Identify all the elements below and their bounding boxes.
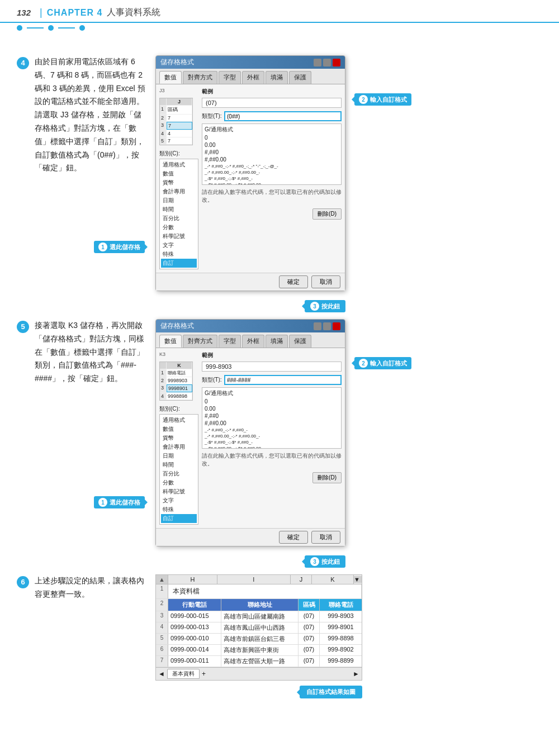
mini5-cell-3-selected: 9998901 xyxy=(167,384,192,392)
cat5-number[interactable]: 數值 xyxy=(161,425,197,434)
delete-btn-5[interactable]: 刪除(D) xyxy=(312,472,342,483)
fmt-cur2[interactable]: _-$* #,##0.00_-;-$* #,##0.00_- xyxy=(203,182,340,185)
tab5-align[interactable]: 對齊方式 xyxy=(183,335,217,348)
cat5-custom[interactable]: 自訂 xyxy=(161,514,197,523)
dialog-5-right: 範例 999-8903 類型(T): G/通用格式 0 0.00 #,##0 xyxy=(202,351,342,525)
fmt5-general[interactable]: G/通用格式 xyxy=(203,389,340,398)
fmt5-acc2[interactable]: _-* #,##0.00_-;-* #,##0.00_- xyxy=(203,433,340,439)
cat-accounting[interactable]: 會計專用 xyxy=(161,187,197,196)
fmt-0.00[interactable]: 0.00 xyxy=(203,141,340,149)
tab-border[interactable]: 外框 xyxy=(242,71,264,84)
fmt-acc1[interactable]: _-* #,##0_-;-* #,##0_-;_-* "-"_-;_-@_- xyxy=(203,163,340,169)
callout-5-3: 3 按此鈕 xyxy=(305,555,345,568)
mini-col-j: J xyxy=(167,98,192,105)
excel-row-1: 1 本資料檔 xyxy=(156,584,362,599)
cat-text[interactable]: 文字 xyxy=(161,241,197,250)
fmt-hash[interactable]: #,##0 xyxy=(203,149,340,156)
tab-align[interactable]: 對齊方式 xyxy=(183,71,217,84)
fmt-cur1[interactable]: _-$* #,##0_-;-$* #,##0_- xyxy=(203,175,340,182)
cat5-general[interactable]: 通用格式 xyxy=(161,416,197,425)
callout-6-text: 自訂格式結果如圖 xyxy=(306,688,356,696)
fmt-0[interactable]: 0 xyxy=(203,134,340,141)
dialog-5-tabs[interactable]: 數值 對齊方式 字型 外框 填滿 保護 xyxy=(156,332,345,348)
tab5-fill[interactable]: 填滿 xyxy=(266,335,288,348)
cat-special[interactable]: 特殊 xyxy=(161,250,197,259)
cat5-special[interactable]: 特殊 xyxy=(161,505,197,514)
cat5-currency[interactable]: 貨幣 xyxy=(161,434,197,443)
callout-4-3-num: 3 xyxy=(310,302,319,311)
cat5-text[interactable]: 文字 xyxy=(161,496,197,505)
dialog-5-controls xyxy=(314,322,340,330)
dialog5-maximize-icon[interactable] xyxy=(323,322,331,330)
cat-time[interactable]: 時間 xyxy=(161,205,197,214)
tab-fill[interactable]: 填滿 xyxy=(266,71,288,84)
cat-date[interactable]: 日期 xyxy=(161,196,197,205)
format-list-4[interactable]: G/通用格式 0 0.00 #,##0 #,##0.00 _-* #,##0_-… xyxy=(202,123,342,185)
tab-protect[interactable]: 保護 xyxy=(289,71,311,84)
fmt5-cur1[interactable]: _-$* #,##0_-;-$* #,##0_- xyxy=(203,439,340,445)
dialog5-minimize-icon[interactable] xyxy=(314,322,321,330)
cat-sci[interactable]: 科學記號 xyxy=(161,232,197,241)
excel-6-sheet: ▲ H I J K ▼ 1 本資料檔 2 行動電話 xyxy=(155,574,362,681)
callout-4-1-text: 選此儲存格 xyxy=(110,243,140,251)
mini-row-4: 4 4 xyxy=(160,130,192,137)
mini-cell-3-selected: 7 xyxy=(167,122,192,130)
fmt5-hash[interactable]: #,##0 xyxy=(203,412,340,420)
fmt5-cur2[interactable]: _-$* #,##0.00_-;-$* #,##0.00_- xyxy=(203,445,340,449)
dialog-4-tabs[interactable]: 數值 對齊方式 字型 外框 填滿 保護 xyxy=(156,69,345,84)
delete-btn-4[interactable]: 刪除(D) xyxy=(312,208,342,220)
cat5-sci[interactable]: 科學記號 xyxy=(161,487,197,496)
dialog-close-icon[interactable] xyxy=(333,59,340,66)
fmt-general[interactable]: G/通用格式 xyxy=(203,125,340,134)
confirm-btn-5[interactable]: 確定 xyxy=(279,531,308,544)
cancel-btn-5[interactable]: 取消 xyxy=(311,531,340,544)
type-input-5[interactable] xyxy=(224,375,342,385)
category-list-4[interactable]: 通用格式 數值 貨幣 會計專用 日期 時間 百分比 分數 科學記號 文字 特殊 xyxy=(159,159,198,269)
confirm-btn-4[interactable]: 確定 xyxy=(279,275,308,288)
cat-percent[interactable]: 百分比 xyxy=(161,214,197,223)
cat5-date[interactable]: 日期 xyxy=(161,451,197,460)
dialog5-close-icon[interactable] xyxy=(333,322,340,330)
category-label-4: 類別(C): xyxy=(159,150,198,158)
dialog-maximize-icon[interactable] xyxy=(323,59,331,66)
fmt5-hash2[interactable]: #,##0.00 xyxy=(203,420,340,427)
fmt-acc2[interactable]: _-* #,##0.00_-;-* #,##0.00_- xyxy=(203,169,340,175)
preview-4: (07) xyxy=(202,98,342,108)
cat-currency[interactable]: 貨幣 xyxy=(161,178,197,187)
callout-5-3-text: 按此鈕 xyxy=(321,558,340,566)
cat-general[interactable]: 通用格式 xyxy=(161,160,197,169)
cat-custom[interactable]: 自訂 xyxy=(161,259,197,268)
type-row-5: 類型(T): xyxy=(202,375,342,385)
cat5-percent[interactable]: 百分比 xyxy=(161,469,197,478)
mini-excel-4: J 1 區碼 2 7 xyxy=(159,98,193,145)
tab-font[interactable]: 字型 xyxy=(219,71,241,84)
cell-title: 本資料檔 xyxy=(168,584,362,598)
tab5-protect[interactable]: 保護 xyxy=(289,335,311,348)
add-sheet-btn[interactable]: + xyxy=(202,670,206,678)
cat5-accounting[interactable]: 會計專用 xyxy=(161,443,197,451)
cat5-fraction[interactable]: 分數 xyxy=(161,478,197,487)
cat5-time[interactable]: 時間 xyxy=(161,460,197,469)
fmt5-0.00[interactable]: 0.00 xyxy=(203,405,340,412)
tab5-border[interactable]: 外框 xyxy=(242,335,264,348)
sheet-tab-basic[interactable]: 基本資料 xyxy=(167,669,200,679)
cat-number[interactable]: 數值 xyxy=(161,169,197,178)
dialog-minimize-icon[interactable] xyxy=(314,59,321,66)
fmt-hash2[interactable]: #,##0.00 xyxy=(203,156,340,163)
category-list-5[interactable]: 通用格式 數值 貨幣 會計專用 日期 時間 百分比 分數 科學記號 文字 特殊 xyxy=(159,414,198,525)
tab5-font[interactable]: 字型 xyxy=(219,335,241,348)
section-4-text: 4 由於目前家用電話依區域有 6 碼、7 碼和 8 碼，而區碼也有 2 碼和 3… xyxy=(17,55,145,175)
fmt5-acc1[interactable]: _-* #,##0_-;-* #,##0_- xyxy=(203,427,340,433)
cat-fraction[interactable]: 分數 xyxy=(161,223,197,232)
format-list-5[interactable]: G/通用格式 0 0.00 #,##0 #,##0.00 _-* #,##0_-… xyxy=(202,387,342,449)
sheet-left-arrow[interactable]: ◄ xyxy=(158,670,165,678)
sheet-right-arrow[interactable]: ► xyxy=(353,670,359,678)
tab5-number[interactable]: 數值 xyxy=(159,335,182,348)
rownum-7: 7 xyxy=(156,656,168,667)
preview-5: 999-8903 xyxy=(202,362,342,372)
cancel-btn-4[interactable]: 取消 xyxy=(311,275,340,288)
type-input-4[interactable] xyxy=(224,111,342,121)
tab-number[interactable]: 數值 xyxy=(159,71,182,84)
type-label-5: 類型(T): xyxy=(202,376,222,384)
fmt5-0[interactable]: 0 xyxy=(203,398,340,405)
